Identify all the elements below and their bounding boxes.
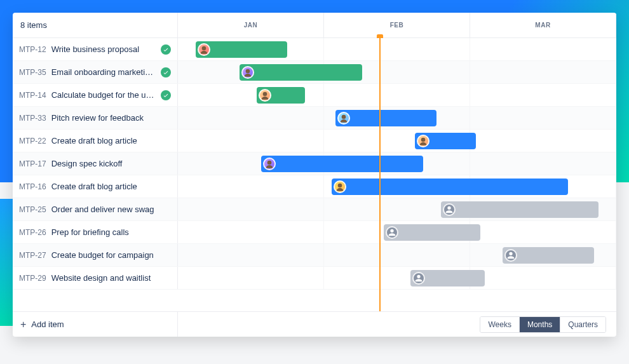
issue-title: Order and deliver new swag [51,205,171,214]
gantt-bar[interactable] [332,179,569,195]
issue-title: Create draft blog article [51,182,171,191]
assignee-avatar[interactable] [198,43,210,56]
gantt-bar[interactable] [240,64,362,81]
row-timeline [178,267,616,289]
row-timeline [178,244,616,266]
zoom-weeks-button[interactable]: Weeks [480,317,518,332]
row-timeline [178,198,616,220]
table-row[interactable]: MTP-22Create draft blog article [13,130,616,152]
items-count: 8 items [13,13,178,37]
zoom-toggle: Weeks Months Quarters [480,316,606,333]
gantt-bar[interactable] [441,201,599,218]
table-row[interactable]: MTP-27Create budget for campaign [13,244,616,267]
add-item-label: Add item [31,320,64,329]
issue-title: Create budget for campaign [51,250,171,260]
issue-key: MTP-14 [19,91,46,100]
issue-title: Pitch review for feedback [51,113,171,123]
issue-title: Email onboarding marketing... [51,67,156,77]
row-left: MTP-25Order and deliver new swag [13,198,178,220]
assignee-avatar[interactable] [241,66,254,79]
footer-right: Weeks Months Quarters [178,312,616,337]
unassigned-avatar-icon[interactable] [386,226,398,239]
row-timeline [178,84,616,106]
table-row[interactable]: MTP-35Email onboarding marketing... [13,61,616,84]
table-row[interactable]: MTP-26Prep for briefing calls [13,221,616,244]
issue-key: MTP-27 [19,251,46,260]
row-timeline [178,152,616,175]
issue-key: MTP-25 [19,205,46,214]
gantt-bar[interactable] [257,87,305,104]
issue-key: MTP-17 [19,159,46,168]
assignee-avatar[interactable] [337,112,350,125]
svg-point-3 [342,115,346,119]
table-row[interactable]: MTP-25Order and deliver new swag [13,198,616,221]
issue-key: MTP-16 [19,182,46,191]
row-left: MTP-17Design spec kickoff [13,152,178,175]
table-row[interactable]: MTP-33Pitch review for feedback [13,107,616,130]
issue-key: MTP-22 [19,137,46,145]
row-left: MTP-22Create draft blog article [13,130,178,152]
row-timeline [178,107,616,129]
timeline-body: MTP-12Write business proposalMTP-35Email… [13,38,616,311]
issue-key: MTP-33 [19,114,46,123]
assignee-avatar[interactable] [259,89,271,102]
unassigned-avatar-icon[interactable] [504,249,517,262]
unassigned-avatar-icon[interactable] [412,272,425,285]
row-left: MTP-27Create budget for campaign [13,244,178,266]
month-col-jan: JAN [178,13,324,37]
row-timeline [178,130,616,152]
issue-title: Create draft blog article [51,136,171,145]
gantt-bar[interactable] [261,156,423,172]
row-timeline [178,221,616,243]
row-left: MTP-29Website design and waitlist [13,267,178,289]
plus-icon: + [20,319,26,330]
svg-point-6 [337,184,342,188]
month-col-feb: FEB [324,13,470,37]
issue-title: Prep for briefing calls [51,227,171,237]
issue-key: MTP-12 [19,45,46,54]
row-left: MTP-14Calculate budget for the upc... [13,84,178,106]
gantt-bar[interactable] [410,270,485,286]
zoom-quarters-button[interactable]: Quarters [560,317,605,332]
table-row[interactable]: MTP-29Website design and waitlist [13,267,616,290]
svg-point-5 [267,161,272,165]
gantt-bar[interactable] [415,133,477,149]
gantt-bar[interactable] [503,247,595,264]
timeline-header-row: 8 items JAN FEB MAR [13,13,616,38]
gantt-bar[interactable] [196,41,288,58]
timeline-footer: + Add item Weeks Months Quarters [13,311,616,337]
table-row[interactable]: MTP-14Calculate budget for the upc... [13,84,616,107]
done-check-icon [161,67,171,78]
row-left: MTP-26Prep for briefing calls [13,221,178,243]
month-header: JAN FEB MAR [178,13,616,37]
svg-point-2 [263,92,267,97]
done-check-icon [161,90,171,100]
issue-title: Design spec kickoff [51,159,171,168]
timeline-panel: 8 items JAN FEB MAR MTP-12Write business… [13,13,616,337]
table-row[interactable]: MTP-12Write business proposal [13,38,616,61]
assignee-avatar[interactable] [334,180,346,193]
issue-title: Write business proposal [51,44,156,54]
row-left: MTP-12Write business proposal [13,38,178,60]
row-timeline [178,38,616,60]
month-col-mar: MAR [470,13,616,37]
row-left: MTP-33Pitch review for feedback [13,107,178,129]
zoom-months-button[interactable]: Months [519,317,560,332]
gantt-bar[interactable] [384,224,480,241]
issue-title: Website design and waitlist [51,273,171,283]
table-row[interactable]: MTP-17Design spec kickoff [13,152,616,175]
svg-point-1 [245,69,250,74]
issue-key: MTP-29 [19,274,46,283]
add-item-button[interactable]: + Add item [13,312,178,337]
assignee-avatar[interactable] [417,135,429,147]
row-left: MTP-16Create draft blog article [13,175,178,198]
row-timeline [178,175,616,198]
table-row[interactable]: MTP-16Create draft blog article [13,175,616,198]
unassigned-avatar-icon[interactable] [443,203,456,216]
assignee-avatar[interactable] [263,158,276,170]
issue-key: MTP-35 [19,68,46,77]
svg-point-4 [421,138,425,142]
gantt-bar[interactable] [335,110,436,126]
issue-title: Calculate budget for the upc... [51,90,156,100]
issue-key: MTP-26 [19,228,46,237]
